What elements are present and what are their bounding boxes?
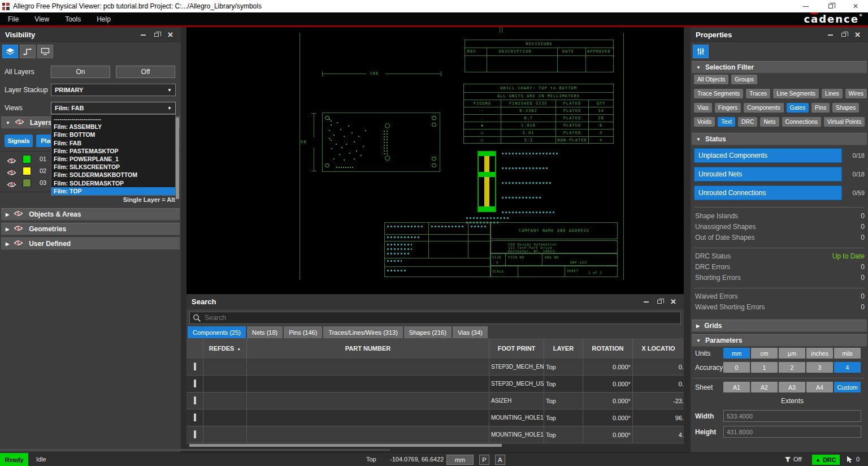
drc-status-badge[interactable]: ▲ DRC bbox=[812, 455, 840, 465]
layers-view-button[interactable] bbox=[2, 45, 18, 58]
all-layers-off-button[interactable]: Off bbox=[116, 66, 175, 78]
accuracy-3[interactable]: 3 bbox=[806, 362, 833, 373]
units-toggle-button[interactable]: mm bbox=[446, 455, 474, 465]
panel-minimize-icon[interactable] bbox=[141, 34, 146, 36]
column-layer[interactable]: LAYER bbox=[544, 338, 583, 359]
filter-traces[interactable]: Traces bbox=[746, 89, 770, 98]
filter-components[interactable]: Components bbox=[744, 103, 783, 113]
sheet-a1[interactable]: A1 bbox=[723, 382, 750, 392]
units-cm[interactable]: cm bbox=[751, 348, 778, 359]
panel-minimize-icon[interactable] bbox=[644, 301, 649, 303]
panel-close-icon[interactable]: ✕ bbox=[167, 31, 173, 38]
filter-icon[interactable] bbox=[784, 456, 791, 463]
menu-help[interactable]: Help bbox=[89, 15, 119, 23]
filter-voids[interactable]: Voids bbox=[694, 117, 715, 127]
column-rotation[interactable]: ROTATION bbox=[583, 338, 633, 359]
tab-vias[interactable]: Vias (34) bbox=[453, 326, 488, 339]
panel-close-icon[interactable]: ✕ bbox=[854, 31, 861, 38]
window-close-button[interactable]: ✕ bbox=[843, 0, 868, 12]
sheet-custom[interactable]: Custom bbox=[834, 382, 861, 392]
eye-slash-icon[interactable] bbox=[14, 210, 23, 218]
eye-slash-icon[interactable] bbox=[7, 156, 16, 166]
layer-color-swatch[interactable] bbox=[23, 167, 31, 175]
filter-line-segments[interactable]: Line Segments bbox=[773, 89, 819, 98]
filter-lines[interactable]: Lines bbox=[822, 89, 843, 98]
sheet-a3[interactable]: A3 bbox=[779, 382, 805, 392]
filter-fingers[interactable]: Fingers bbox=[715, 103, 741, 113]
accuracy-0[interactable]: 0 bbox=[723, 362, 750, 373]
tab-nets[interactable]: Nets (18) bbox=[247, 326, 283, 339]
column-lock[interactable] bbox=[186, 338, 203, 359]
column-footprint[interactable]: FOOT PRINT bbox=[489, 338, 544, 359]
units-um[interactable]: µm bbox=[779, 348, 805, 359]
dropdown-option[interactable]: Film: PASTEMASKTOP bbox=[51, 147, 175, 155]
filter-wires[interactable]: Wires bbox=[845, 89, 867, 98]
status-section-header[interactable]: ▼ Status bbox=[692, 133, 867, 145]
accuracy-1[interactable]: 1 bbox=[751, 362, 778, 373]
table-row[interactable]: ASIZEH Top 0.000° -23. bbox=[186, 392, 684, 409]
panel-close-icon[interactable]: ✕ bbox=[670, 298, 676, 305]
table-row[interactable]: STEP3D_MECH_ENCLOSURE Top 0.000° 0. bbox=[186, 359, 684, 376]
scrollbar[interactable] bbox=[176, 118, 179, 199]
dropdown-option[interactable]: ------------------------ bbox=[51, 115, 175, 123]
height-field[interactable] bbox=[723, 426, 861, 438]
eye-slash-icon[interactable] bbox=[7, 180, 16, 190]
filter-shapes[interactable]: Shapes bbox=[832, 103, 859, 113]
selection-filter-header[interactable]: ▼ Selection Filter bbox=[692, 61, 867, 74]
eye-slash-icon[interactable] bbox=[7, 168, 16, 178]
panel-float-icon[interactable] bbox=[657, 300, 662, 304]
filter-text[interactable]: Text bbox=[718, 117, 735, 127]
filter-connections[interactable]: Connections bbox=[782, 117, 821, 127]
tab-components[interactable]: Components (25) bbox=[188, 326, 246, 339]
dropdown-option[interactable]: Film: BOTTOM bbox=[51, 131, 175, 139]
column-refdes[interactable]: REFDES▲ bbox=[203, 338, 247, 359]
eye-slash-icon[interactable] bbox=[14, 240, 23, 248]
unrouted-connections-bar[interactable]: Unrouted Connections bbox=[694, 185, 842, 200]
parameters-section-header[interactable]: ▼ Parameters bbox=[692, 334, 867, 347]
sheet-a2[interactable]: A2 bbox=[751, 382, 778, 392]
lock-icon[interactable] bbox=[194, 415, 196, 421]
filter-all-objects[interactable]: All Objects bbox=[694, 75, 728, 84]
tab-pins[interactable]: Pins (146) bbox=[284, 326, 322, 339]
panel-minimize-icon[interactable] bbox=[828, 34, 833, 36]
search-input[interactable] bbox=[189, 312, 681, 324]
dropdown-option[interactable]: Film: SILKSCREENTOP bbox=[51, 163, 175, 171]
filter-settings-button[interactable] bbox=[693, 45, 709, 58]
table-row[interactable]: MOUNTING_HOLE1 Top 0.000° 4. bbox=[186, 426, 684, 443]
units-mils[interactable]: mils bbox=[834, 348, 861, 359]
filter-groups[interactable]: Groups bbox=[731, 75, 757, 84]
menu-tools[interactable]: Tools bbox=[57, 15, 89, 23]
tab-traces-lines-wires[interactable]: Traces/Lines/Wires (313) bbox=[323, 326, 402, 339]
window-restore-button[interactable] bbox=[818, 0, 843, 12]
layer-color-swatch[interactable] bbox=[23, 179, 31, 187]
dropdown-option-selected[interactable]: Film: TOP bbox=[51, 187, 175, 195]
panel-float-icon[interactable] bbox=[154, 33, 159, 37]
unrouted-nets-bar[interactable]: Unrouted Nets bbox=[694, 167, 842, 182]
eye-slash-icon[interactable] bbox=[15, 119, 24, 127]
table-row[interactable]: MOUNTING_HOLE1 Top 0.000° 96. bbox=[186, 409, 684, 426]
filter-pins[interactable]: Pins bbox=[811, 103, 830, 113]
lock-icon[interactable] bbox=[194, 398, 196, 404]
column-part-number[interactable]: PART NUMBER bbox=[247, 338, 489, 359]
dropdown-option[interactable]: Film: SOLDERMASKBOTTOM bbox=[51, 171, 175, 179]
horizontal-scrollbar[interactable] bbox=[186, 443, 684, 447]
pcb-canvas[interactable]: 100 50 REVISIONS REV DESCRIPTION DATE AP… bbox=[186, 27, 684, 294]
signals-button[interactable]: Signals bbox=[5, 135, 33, 147]
accuracy-4[interactable]: 4 bbox=[834, 362, 861, 373]
dropdown-option[interactable]: Film: SOLDERMASKTOP bbox=[51, 179, 175, 187]
filter-gates[interactable]: Gates bbox=[787, 103, 809, 113]
menu-file[interactable]: File bbox=[0, 15, 27, 23]
layer-color-swatch[interactable] bbox=[23, 155, 31, 163]
window-minimize-button[interactable] bbox=[793, 0, 818, 12]
column-x-location[interactable]: X LOCATIO bbox=[633, 338, 684, 359]
user-defined-section-header[interactable]: ▶ User Defined bbox=[1, 238, 180, 250]
lock-icon[interactable] bbox=[194, 381, 196, 387]
eye-slash-icon[interactable] bbox=[14, 225, 23, 233]
filter-vias[interactable]: Vias bbox=[694, 103, 712, 113]
sheet-a4[interactable]: A4 bbox=[806, 382, 833, 392]
layer-stackup-select[interactable]: PRIMARY▼ bbox=[51, 84, 176, 96]
grids-section-header[interactable]: ▶ Grids bbox=[692, 320, 867, 332]
lock-icon[interactable] bbox=[194, 432, 196, 438]
unplaced-components-bar[interactable]: Unplaced Components bbox=[694, 148, 842, 163]
units-inches[interactable]: inches bbox=[806, 348, 833, 359]
